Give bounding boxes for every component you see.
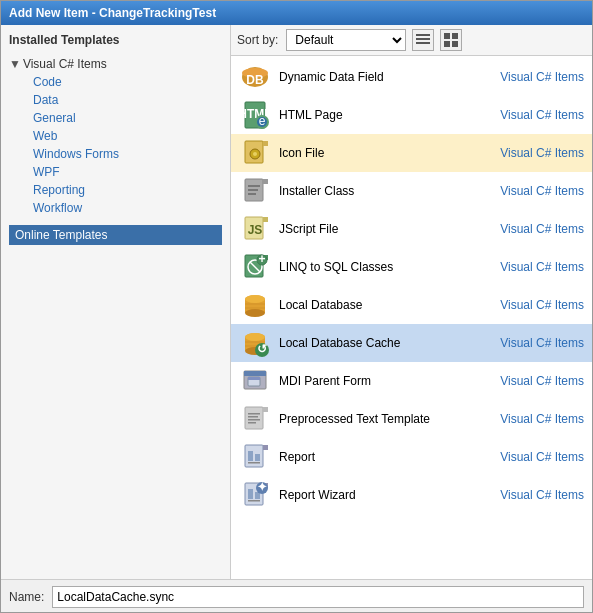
item-name: Icon File (279, 146, 500, 160)
html-page-icon: HTML e (239, 99, 271, 131)
svg-rect-0 (416, 34, 430, 36)
list-item[interactable]: JS JScript File Visual C# Items (231, 210, 592, 248)
list-item[interactable]: HTML e HTML Page Visual C# Items (231, 96, 592, 134)
right-panel: Sort by: Default Name Category (231, 25, 592, 579)
item-name: Local Database Cache (279, 336, 500, 350)
report-icon (239, 441, 271, 473)
tree-item-code[interactable]: Code (29, 73, 222, 91)
svg-point-40 (245, 295, 265, 303)
svg-rect-52 (244, 371, 266, 376)
svg-rect-2 (416, 42, 430, 44)
sort-by-label: Sort by: (237, 33, 278, 47)
top-area: Installed Templates ▼ Visual C# Items Co… (1, 25, 592, 579)
tree-item-data[interactable]: Data (29, 91, 222, 109)
view-list-button[interactable] (412, 29, 434, 51)
list-item-selected[interactable]: Icon File Visual C# Items (231, 134, 592, 172)
item-name: Local Database (279, 298, 500, 312)
mdi-parent-form-icon (239, 365, 271, 397)
online-templates-section[interactable]: Online Templates (9, 225, 222, 245)
item-category: Visual C# Items (500, 108, 584, 122)
svg-rect-66 (255, 454, 260, 461)
tree-root-label: Visual C# Items (23, 57, 107, 71)
item-category: Visual C# Items (500, 222, 584, 236)
list-item[interactable]: ✦ Report Wizard Visual C# Items (231, 476, 592, 514)
item-category: Visual C# Items (500, 146, 584, 160)
tree-item-web[interactable]: Web (29, 127, 222, 145)
svg-rect-61 (248, 422, 256, 424)
svg-text:✦: ✦ (257, 480, 267, 494)
preprocessed-text-icon (239, 403, 271, 435)
list-view-icon (416, 33, 430, 47)
tree-item-general[interactable]: General (29, 109, 222, 127)
item-name: HTML Page (279, 108, 500, 122)
svg-rect-6 (452, 41, 458, 47)
list-item[interactable]: MDI Parent Form Visual C# Items (231, 362, 592, 400)
svg-rect-67 (248, 462, 260, 464)
svg-text:DB: DB (246, 73, 264, 87)
svg-rect-23 (248, 185, 260, 187)
item-category: Visual C# Items (500, 260, 584, 274)
svg-text:+: + (258, 252, 265, 266)
item-name: MDI Parent Form (279, 374, 500, 388)
view-grid-button[interactable] (440, 29, 462, 51)
sort-select[interactable]: Default Name Category (286, 29, 406, 51)
toolbar: Sort by: Default Name Category (231, 25, 592, 56)
name-input[interactable] (52, 586, 584, 608)
list-item[interactable]: DB Dynamic Data Field Visual C# Items (231, 58, 592, 96)
svg-rect-57 (263, 407, 268, 412)
list-item[interactable]: Report Visual C# Items (231, 438, 592, 476)
items-list: DB Dynamic Data Field Visual C# Items HT… (231, 56, 592, 579)
svg-rect-1 (416, 38, 430, 40)
svg-text:JS: JS (248, 223, 263, 237)
grid-view-icon (444, 33, 458, 47)
svg-text:↺: ↺ (257, 342, 267, 356)
name-label: Name: (9, 590, 44, 604)
svg-rect-62 (245, 445, 263, 467)
list-item[interactable]: Preprocessed Text Template Visual C# Ite… (231, 400, 592, 438)
svg-rect-3 (444, 33, 450, 39)
tree-item-windows-forms[interactable]: Windows Forms (29, 145, 222, 163)
local-database-cache-icon: ↺ (239, 327, 271, 359)
svg-rect-4 (452, 33, 458, 39)
item-category: Visual C# Items (500, 488, 584, 502)
item-category: Visual C# Items (500, 450, 584, 464)
title-bar: Add New Item - ChangeTrackingTest (1, 1, 592, 25)
item-name: Report Wizard (279, 488, 500, 502)
list-item[interactable]: Installer Class Visual C# Items (231, 172, 592, 210)
svg-point-39 (245, 309, 265, 317)
linq-to-sql-icon: + (239, 251, 271, 283)
item-category: Visual C# Items (500, 184, 584, 198)
jscript-file-icon: JS (239, 213, 271, 245)
item-name: Preprocessed Text Template (279, 412, 500, 426)
svg-rect-58 (248, 413, 260, 415)
svg-rect-54 (248, 377, 260, 380)
svg-rect-73 (248, 500, 260, 502)
svg-rect-22 (263, 179, 268, 184)
item-name: Installer Class (279, 184, 500, 198)
list-item[interactable]: + LINQ to SQL Classes Visual C# Items (231, 248, 592, 286)
list-item-selected-blue[interactable]: ↺ Local Database Cache Visual C# Items (231, 324, 592, 362)
svg-rect-17 (263, 141, 268, 146)
tree-item-wpf[interactable]: WPF (29, 163, 222, 181)
svg-rect-71 (248, 489, 253, 499)
list-item[interactable]: Local Database Visual C# Items (231, 286, 592, 324)
svg-rect-59 (248, 416, 258, 418)
svg-rect-55 (245, 407, 263, 429)
report-wizard-icon: ✦ (239, 479, 271, 511)
tree-item-workflow[interactable]: Workflow (29, 199, 222, 217)
svg-point-46 (245, 333, 265, 341)
item-category: Visual C# Items (500, 298, 584, 312)
local-database-icon (239, 289, 271, 321)
svg-rect-24 (248, 189, 258, 191)
svg-text:e: e (259, 114, 266, 128)
svg-point-19 (253, 152, 257, 156)
main-content: Installed Templates ▼ Visual C# Items Co… (1, 25, 592, 613)
tree-root-visual-csharp[interactable]: ▼ Visual C# Items (9, 55, 222, 73)
item-name: Report (279, 450, 500, 464)
dynamic-data-field-icon: DB (239, 61, 271, 93)
item-name: LINQ to SQL Classes (279, 260, 500, 274)
svg-rect-64 (263, 445, 268, 450)
item-category: Visual C# Items (500, 412, 584, 426)
tree-expand-arrow: ▼ (9, 57, 21, 71)
tree-item-reporting[interactable]: Reporting (29, 181, 222, 199)
